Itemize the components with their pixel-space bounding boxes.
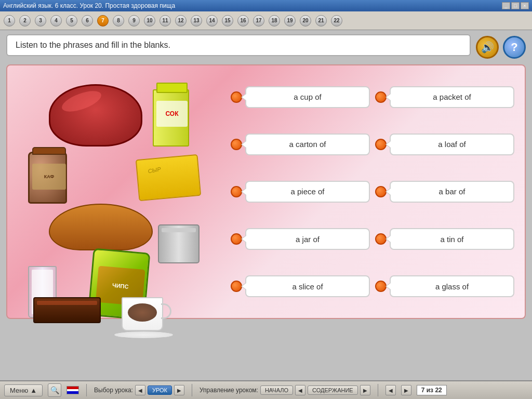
- food-scene: СОК КАФ СЫР: [18, 74, 215, 313]
- phrase-dot-tin[interactable]: [375, 233, 387, 245]
- control-label: Управление уроком:: [200, 387, 258, 394]
- toolbar-item-5[interactable]: 5: [64, 15, 79, 27]
- lesson-btn-label: УРОК: [152, 387, 167, 393]
- maximize-button[interactable]: □: [511, 2, 520, 9]
- toolbar-item-9[interactable]: 9: [127, 15, 141, 27]
- food-jar-label: КАФ: [32, 164, 66, 190]
- toolbar: 12345678910111213141516171819202122: [0, 11, 532, 30]
- lesson-section: Выбор урока: ◀ УРОК ▶: [94, 385, 184, 395]
- toolbar-item-10[interactable]: 10: [142, 15, 157, 27]
- phrase-box-tin[interactable]: a tin of: [390, 228, 514, 250]
- phrase-box-cup[interactable]: a cup of: [245, 86, 370, 108]
- control-next-button[interactable]: ▶: [360, 385, 370, 395]
- phrase-box-bar[interactable]: a bar of: [390, 181, 514, 203]
- food-carton-label: СОК: [156, 101, 188, 127]
- bottombar: Меню ▲ 🔍 Выбор урока: ◀ УРОК ▶ Управлени…: [0, 380, 532, 399]
- close-button[interactable]: ×: [521, 2, 529, 9]
- content-button[interactable]: СОДЕРЖАНИЕ: [308, 385, 358, 395]
- phrase-dot-slice[interactable]: [231, 281, 242, 292]
- question-icon: ?: [511, 41, 517, 54]
- toolbar-item-22[interactable]: 22: [329, 15, 344, 27]
- phrase-dot-cup[interactable]: [231, 91, 242, 103]
- toolbar-item-18[interactable]: 18: [267, 15, 282, 27]
- control-prev-button[interactable]: ◀: [295, 385, 305, 395]
- food-cup: [122, 297, 163, 331]
- food-meat: [49, 84, 142, 147]
- toolbar-item-16[interactable]: 16: [236, 15, 250, 27]
- toolbar-item-12[interactable]: 12: [174, 15, 188, 27]
- phrase-box-carton[interactable]: a carton of: [245, 134, 370, 155]
- phrase-box-loaf[interactable]: a loaf of: [390, 134, 514, 155]
- phrase-dot-bar[interactable]: [375, 186, 387, 197]
- toolbar-item-2[interactable]: 2: [18, 15, 32, 27]
- speaker-icon: 🔊: [481, 41, 494, 54]
- food-illustration: СОК КАФ СЫР: [12, 71, 220, 313]
- phrase-item-piece: a piece of: [231, 170, 370, 212]
- phrase-item-glass: a glass of: [375, 265, 514, 308]
- start-btn-label: НАЧАЛО: [265, 387, 288, 393]
- phrase-box-packet[interactable]: a packet of: [390, 86, 514, 108]
- lesson-next-button[interactable]: ▶: [174, 385, 184, 395]
- phrases-grid: a cup ofa packet ofa carton ofa loaf ofa…: [225, 71, 520, 313]
- phrase-dot-glass[interactable]: [375, 281, 387, 292]
- lesson-prev-button[interactable]: ◀: [135, 385, 145, 395]
- toolbar-item-7[interactable]: 7: [96, 15, 110, 27]
- toolbar-item-13[interactable]: 13: [189, 15, 204, 27]
- search-button[interactable]: 🔍: [48, 383, 61, 397]
- toolbar-item-1[interactable]: 1: [2, 15, 17, 27]
- phrase-dot-packet[interactable]: [375, 91, 387, 103]
- toolbar-item-6[interactable]: 6: [80, 15, 95, 27]
- page-text: 7 из 22: [421, 387, 442, 394]
- toolbar-item-14[interactable]: 14: [205, 15, 219, 27]
- toolbar-item-11[interactable]: 11: [158, 15, 172, 27]
- exercise-area: СОК КАФ СЫР: [6, 64, 526, 319]
- food-chocolate: [33, 297, 101, 323]
- page-prev-button[interactable]: ◀: [385, 385, 396, 395]
- toolbar-item-20[interactable]: 20: [298, 15, 313, 27]
- start-button[interactable]: НАЧАЛО: [260, 385, 293, 395]
- separator-2: [192, 384, 192, 396]
- speaker-button[interactable]: 🔊: [476, 36, 499, 59]
- phrase-box-glass[interactable]: a glass of: [390, 275, 514, 297]
- phrase-dot-jar[interactable]: [231, 233, 242, 245]
- menu-arrow-icon: ▲: [30, 387, 37, 394]
- phrase-box-jar[interactable]: a jar of: [245, 228, 370, 250]
- window-title: Английский язык. 6 класс. Урок 20. Прост…: [3, 2, 175, 9]
- toolbar-item-15[interactable]: 15: [220, 15, 235, 27]
- separator-1: [86, 384, 87, 396]
- food-tin: [158, 224, 200, 263]
- page-indicator: 7 из 22: [417, 385, 447, 395]
- lesson-button[interactable]: УРОК: [148, 385, 172, 395]
- phrase-dot-piece[interactable]: [231, 186, 242, 197]
- separator-3: [378, 384, 378, 396]
- toolbar-item-17[interactable]: 17: [251, 15, 266, 27]
- phrase-dot-carton[interactable]: [231, 139, 242, 150]
- cup-handle: [161, 303, 171, 319]
- lesson-label: Выбор урока:: [94, 387, 133, 394]
- phrase-dot-loaf[interactable]: [375, 139, 387, 150]
- instruction-box: Listen to the phrases and fill in the bl…: [6, 34, 471, 56]
- titlebar: Английский язык. 6 класс. Урок 20. Прост…: [0, 0, 532, 11]
- phrase-box-piece[interactable]: a piece of: [245, 181, 370, 203]
- food-cheese: СЫР: [136, 154, 202, 201]
- toolbar-item-21[interactable]: 21: [314, 15, 328, 27]
- food-jar: КАФ: [28, 152, 67, 204]
- menu-button[interactable]: Меню ▲: [4, 384, 43, 396]
- food-jar-lid: [32, 147, 66, 155]
- phrase-box-slice[interactable]: a slice of: [245, 275, 370, 297]
- language-flag: [66, 386, 79, 394]
- phrase-item-packet: a packet of: [375, 76, 514, 118]
- control-section: Управление уроком: НАЧАЛО ◀ СОДЕРЖАНИЕ ▶: [200, 385, 370, 395]
- toolbar-item-3[interactable]: 3: [33, 15, 48, 27]
- phrase-item-jar: a jar of: [231, 218, 370, 260]
- window-controls[interactable]: _ □ ×: [502, 2, 529, 9]
- toolbar-item-4[interactable]: 4: [49, 15, 63, 27]
- next-arrow-icon: ▶: [177, 388, 181, 393]
- toolbar-item-19[interactable]: 19: [283, 15, 297, 27]
- page-next-button[interactable]: ▶: [401, 385, 411, 395]
- toolbar-item-8[interactable]: 8: [111, 15, 126, 27]
- content-btn-label: СОДЕРЖАНИЕ: [312, 387, 353, 393]
- phrase-item-loaf: a loaf of: [375, 123, 514, 165]
- minimize-button[interactable]: _: [502, 2, 510, 9]
- help-button[interactable]: ?: [503, 36, 526, 59]
